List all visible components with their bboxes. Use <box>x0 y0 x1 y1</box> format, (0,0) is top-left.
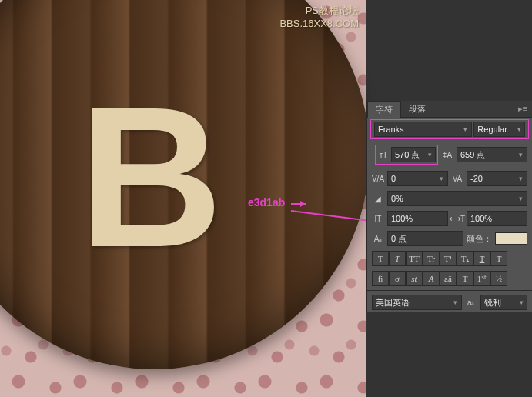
contextual-button[interactable]: σ <box>389 271 406 286</box>
color-label: 颜色： <box>467 233 492 245</box>
panel-tabs: 字符 段落 ▸≡ <box>367 101 532 118</box>
scale-pct-input[interactable] <box>390 194 517 203</box>
chevron-down-icon[interactable]: ▾ <box>515 125 523 133</box>
discretionary-button[interactable]: st <box>406 271 423 286</box>
kerning-field[interactable]: ▾ <box>387 171 448 186</box>
tab-character[interactable]: 字符 <box>367 101 401 118</box>
leading-icon: ‡A <box>441 148 453 161</box>
font-size-input[interactable] <box>393 150 426 159</box>
style-buttons-row: T T TT Tr T¹ T₁ T Ŧ <box>367 249 532 269</box>
language-select[interactable]: ▾ <box>372 295 462 310</box>
kerning-icon: V/A <box>372 172 384 185</box>
hscale-icon: ⟷T <box>451 212 463 225</box>
hscale-field[interactable] <box>467 211 527 226</box>
font-family-input[interactable] <box>376 125 461 134</box>
chevron-down-icon[interactable]: ▾ <box>517 195 525 202</box>
titling-button[interactable]: T <box>457 271 473 286</box>
chevron-down-icon[interactable]: ▾ <box>461 125 470 133</box>
language-input[interactable] <box>374 298 451 307</box>
tracking-field[interactable]: ▾ <box>467 171 527 186</box>
font-family-select[interactable]: ▾ <box>374 122 472 137</box>
flyout-menu-icon[interactable]: ▸≡ <box>514 104 532 114</box>
watermark-line1: PS教程论坛 <box>279 5 359 18</box>
text-layer-letter[interactable]: B <box>79 77 223 277</box>
baseline-icon: Aₐ <box>372 232 384 245</box>
antialias-input[interactable] <box>483 298 518 307</box>
antialias-select[interactable]: ▾ <box>480 295 527 310</box>
scale-pct-field[interactable]: ▾ <box>387 191 527 206</box>
chevron-down-icon[interactable]: ▾ <box>517 175 525 182</box>
tracking-input[interactable] <box>469 174 517 183</box>
arrow-to-letter <box>291 203 306 205</box>
stylistic-button[interactable]: aā <box>440 271 457 286</box>
opentype-row: fi σ st A aā T 1ˢᵗ ½ <box>367 269 532 289</box>
fractions-button[interactable]: ½ <box>490 271 507 286</box>
canvas-area: B PS教程论坛 BBS.16XX8.COM e3d1ab <box>0 0 366 397</box>
superscript-button[interactable]: T¹ <box>440 251 457 266</box>
italic-button[interactable]: T <box>389 251 406 266</box>
smallcaps-button[interactable]: Tr <box>423 251 440 266</box>
chevron-down-icon[interactable]: ▾ <box>438 175 446 182</box>
baseline-input[interactable] <box>390 234 461 243</box>
strikethrough-button[interactable]: Ŧ <box>490 251 507 266</box>
vscale-input[interactable] <box>390 214 446 223</box>
allcaps-button[interactable]: TT <box>406 251 423 266</box>
lang-row: ▾ aₐ ▾ <box>367 292 532 312</box>
subscript-button[interactable]: T₁ <box>457 251 473 266</box>
baseline-field[interactable] <box>387 231 463 246</box>
ordinals-button[interactable]: 1ˢᵗ <box>473 271 490 286</box>
watermark: PS教程论坛 BBS.16XX8.COM <box>279 5 359 31</box>
size-leading-row: тT ▾ ‡A ▾ <box>367 141 532 168</box>
underline-button[interactable]: T <box>473 251 490 266</box>
color-annotation: e3d1ab <box>248 196 285 209</box>
hscale-input[interactable] <box>469 214 525 223</box>
font-size-group: тT ▾ <box>375 145 438 165</box>
kerning-row: V/A ▾ VA ▾ <box>367 168 532 188</box>
kerning-input[interactable] <box>390 174 438 183</box>
font-size-field[interactable]: ▾ <box>391 147 436 162</box>
color-swatch[interactable] <box>495 232 527 245</box>
vscale-icon: IT <box>372 212 384 225</box>
watermark-line2: BBS.16XX8.COM <box>279 18 359 31</box>
separator <box>367 290 532 291</box>
font-size-icon: тT <box>377 148 390 161</box>
chevron-down-icon[interactable]: ▾ <box>451 299 460 306</box>
vh-scale-row: IT ⟷T <box>367 209 532 229</box>
font-family-row: ▾ ▾ <box>370 119 529 139</box>
bold-button[interactable]: T <box>372 251 389 266</box>
vscale-field[interactable] <box>387 211 448 226</box>
font-style-select[interactable]: ▾ <box>473 122 525 137</box>
tracking-icon: VA <box>451 172 463 185</box>
font-style-input[interactable] <box>476 125 515 134</box>
baseline-color-row: Aₐ 颜色： <box>367 229 532 249</box>
antialias-icon: aₐ <box>465 296 477 309</box>
chevron-down-icon[interactable]: ▾ <box>426 151 433 158</box>
swash-button[interactable]: A <box>423 271 440 286</box>
leading-field[interactable]: ▾ <box>457 147 527 162</box>
leading-input[interactable] <box>459 150 517 159</box>
tab-paragraph[interactable]: 段落 <box>401 101 433 117</box>
character-panel: 字符 段落 ▸≡ ▾ ▾ тT ▾ ‡A ▾ V/A ▾ <box>366 101 532 312</box>
ligature-button[interactable]: fi <box>372 271 389 286</box>
scale-pct-icon: ◢ <box>372 192 384 205</box>
chevron-down-icon[interactable]: ▾ <box>517 151 525 158</box>
scale-pct-row: ◢ ▾ <box>367 188 532 209</box>
chevron-down-icon[interactable]: ▾ <box>517 299 525 306</box>
